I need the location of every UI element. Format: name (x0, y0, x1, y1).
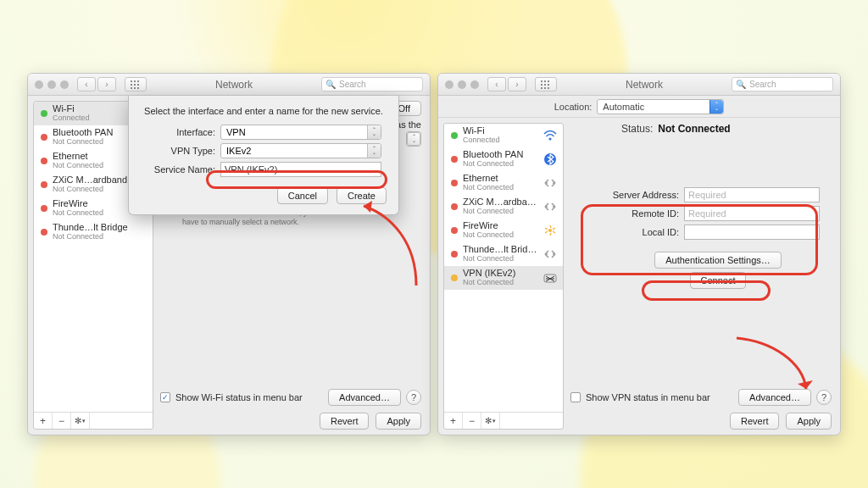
back-button[interactable]: ‹ (487, 77, 506, 92)
advanced-button[interactable]: Advanced… (738, 389, 811, 406)
interface-label: Interface: (141, 127, 215, 137)
help-button[interactable]: ? (816, 390, 832, 405)
apply-button[interactable]: Apply (376, 413, 421, 430)
revert-button[interactable]: Revert (730, 413, 779, 430)
service-status: Not Connected (463, 207, 537, 216)
fw-icon (542, 224, 558, 237)
service-status: Not Connected (53, 232, 147, 241)
back-button[interactable]: ‹ (77, 77, 96, 92)
location-label: Location: (554, 102, 593, 112)
service-name: Thunde…lt Bridge (463, 245, 537, 254)
add-service-button[interactable]: + (444, 413, 463, 429)
status-dot-icon (41, 158, 47, 164)
svg-rect-5 (137, 84, 139, 86)
traffic-lights[interactable] (35, 80, 69, 89)
sidebar-item-bluetooth-pan[interactable]: Bluetooth PANNot Connected (444, 147, 563, 171)
service-sidebar: Wi-FiConnectedBluetooth PANNot Connected… (443, 123, 564, 430)
svg-rect-10 (544, 80, 546, 82)
svg-rect-8 (137, 87, 139, 89)
cb-menubar-vpn[interactable] (570, 392, 581, 402)
window-title: Network (562, 79, 726, 91)
service-name: ZXiC M…ardband (463, 197, 537, 207)
grid-button[interactable] (535, 77, 557, 92)
add-service-button[interactable]: + (34, 413, 53, 429)
status-dot-icon (41, 134, 47, 141)
server-address-input[interactable] (684, 187, 820, 202)
sidebar-item-ethernet[interactable]: EthernetNot Connected (444, 171, 563, 195)
status-dot-icon (451, 274, 458, 281)
vpn-type-select[interactable]: IKEv2⌃⌄ (220, 143, 381, 158)
svg-rect-14 (548, 84, 549, 86)
svg-rect-4 (134, 84, 136, 86)
search-placeholder: Search (339, 80, 366, 89)
search-icon: 🔍 (326, 80, 336, 89)
svg-point-21 (553, 182, 554, 184)
network-stepper[interactable]: ⌃⌄ (407, 132, 420, 146)
traffic-lights[interactable] (445, 80, 479, 89)
svg-rect-7 (134, 87, 136, 89)
svg-rect-6 (131, 87, 132, 89)
forward-button[interactable]: › (97, 77, 116, 92)
status-dot-icon (451, 180, 458, 186)
status-dot-icon (41, 229, 47, 236)
network-window-left: ‹ › Network 🔍 Search Wi-FiConnectedBluet… (27, 73, 431, 435)
revert-button[interactable]: Revert (320, 413, 369, 430)
svg-point-20 (546, 182, 548, 184)
service-status: Not Connected (463, 278, 537, 287)
local-id-input[interactable] (684, 225, 820, 240)
service-name-input[interactable] (220, 162, 381, 177)
status-dot-icon (451, 203, 458, 210)
svg-rect-1 (134, 80, 136, 82)
vpn-detail-pane: Status: Not Connected Server Address: Re… (564, 118, 840, 435)
sidebar-item-thunde-lt-bridge[interactable]: Thunde…lt BridgeNot Connected (34, 220, 153, 244)
status-dot-icon (41, 181, 47, 188)
sidebar-item-thunde-lt-bridge[interactable]: Thunde…lt BridgeNot Connected (444, 242, 563, 266)
status-dot-icon (41, 205, 47, 212)
vpn-type-label: VPN Type: (141, 146, 215, 156)
interface-select[interactable]: VPN⌃⌄ (220, 125, 381, 140)
svg-point-22 (546, 206, 548, 208)
eth-icon (542, 247, 558, 261)
search-field[interactable]: 🔍 Search (732, 77, 833, 92)
sidebar-item-firewire[interactable]: FireWireNot Connected (444, 219, 563, 242)
sheet-header: Select the interface and enter a name fo… (141, 106, 387, 116)
sidebar-item-wi-fi[interactable]: Wi-FiConnected (444, 124, 563, 147)
sheet-create-button[interactable]: Create (337, 187, 387, 204)
status-dot-icon (41, 110, 47, 117)
service-name: Thunde…lt Bridge (53, 223, 147, 232)
advanced-button[interactable]: Advanced… (328, 389, 401, 406)
grid-button[interactable] (125, 77, 147, 92)
apply-button[interactable]: Apply (786, 413, 832, 430)
sidebar-item-zxic-m-ardband[interactable]: ZXiC M…ardbandNot Connected (444, 195, 563, 219)
service-status: Not Connected (463, 230, 537, 240)
window-title: Network (152, 79, 316, 91)
remove-service-button[interactable]: − (53, 413, 71, 429)
remote-id-input[interactable] (684, 206, 820, 221)
server-address-label: Server Address: (594, 190, 679, 200)
help-button[interactable]: ? (406, 390, 421, 405)
service-actions-button[interactable]: ✻▾ (481, 413, 500, 429)
sheet-cancel-button[interactable]: Cancel (277, 187, 328, 204)
cb-menubar-wifi[interactable]: ✓ (160, 392, 170, 402)
connect-button[interactable]: Connect (690, 272, 747, 289)
svg-rect-11 (548, 80, 549, 82)
auth-settings-button[interactable]: Authentication Settings… (654, 252, 782, 269)
forward-button[interactable]: › (508, 77, 526, 92)
status-dot-icon (451, 156, 458, 163)
status-value: Not Connected (658, 123, 730, 135)
svg-point-18 (548, 137, 551, 140)
service-name: Bluetooth PAN (463, 150, 537, 159)
status-label: Status: (621, 123, 653, 135)
svg-rect-9 (541, 80, 542, 82)
remove-service-button[interactable]: − (463, 413, 481, 429)
location-select[interactable]: Automatic⌃⌄ (597, 99, 724, 114)
service-actions-button[interactable]: ✻▾ (71, 413, 90, 429)
status-dot-icon (451, 251, 458, 258)
search-field[interactable]: 🔍 Search (321, 77, 423, 92)
eth-icon (542, 200, 558, 214)
service-name-label: Service Name: (141, 164, 215, 175)
svg-rect-16 (544, 87, 546, 89)
sidebar-item-vpn-ikev2-[interactable]: VPN (IKEv2)Not Connected (444, 266, 563, 290)
service-name: VPN (IKEv2) (463, 269, 537, 278)
new-service-sheet: Select the interface and enter a name fo… (128, 96, 399, 215)
